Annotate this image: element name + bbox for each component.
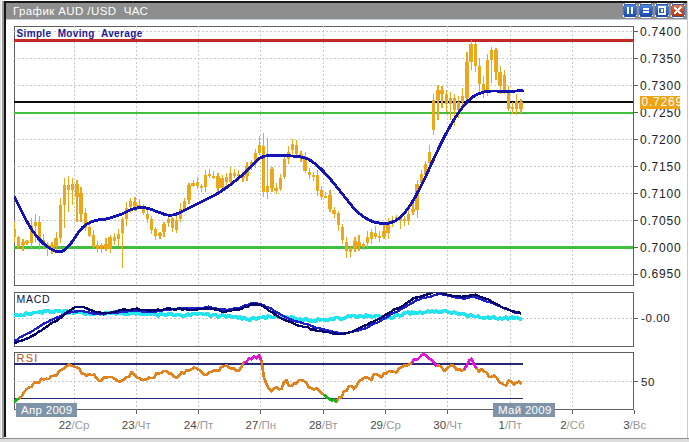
svg-text:30/Чт: 30/Чт xyxy=(433,419,463,431)
svg-text:0.7200: 0.7200 xyxy=(640,133,682,147)
svg-text:График AUD /USD ЧАС: График AUD /USD ЧАС xyxy=(13,5,148,17)
svg-text:27/Пн: 27/Пн xyxy=(246,419,277,431)
svg-text:0.7269: 0.7269 xyxy=(642,95,684,109)
svg-text:50: 50 xyxy=(641,376,655,388)
svg-text:0.6950: 0.6950 xyxy=(640,267,682,281)
svg-text:0.7400: 0.7400 xyxy=(640,25,682,39)
svg-text:2/Сб: 2/Сб xyxy=(560,419,585,431)
svg-text:22/Ср: 22/Ср xyxy=(59,419,90,431)
svg-text:1/Пт: 1/Пт xyxy=(499,419,523,431)
svg-text:Simple Moving Average: Simple Moving Average xyxy=(17,28,143,39)
svg-text:0.7300: 0.7300 xyxy=(640,79,682,93)
svg-text:Апр 2009: Апр 2009 xyxy=(21,404,72,416)
svg-text:3/Вс: 3/Вс xyxy=(623,419,646,431)
svg-text:28/Вт: 28/Вт xyxy=(309,419,338,431)
svg-text:29/Ср: 29/Ср xyxy=(370,419,401,431)
svg-text:0.7350: 0.7350 xyxy=(640,52,682,66)
svg-text:23/Чт: 23/Чт xyxy=(122,419,152,431)
svg-text:RSI: RSI xyxy=(17,352,39,364)
svg-text:Май 2009: Май 2009 xyxy=(498,404,552,416)
svg-text:0.7150: 0.7150 xyxy=(640,160,682,174)
svg-text:0.7050: 0.7050 xyxy=(640,214,682,228)
svg-text:-0.00: -0.00 xyxy=(641,312,670,324)
svg-text:0.7100: 0.7100 xyxy=(640,187,682,201)
svg-text:24/Пт: 24/Пт xyxy=(184,419,214,431)
svg-text:0.7000: 0.7000 xyxy=(640,241,682,255)
svg-text:MACD: MACD xyxy=(17,293,51,305)
